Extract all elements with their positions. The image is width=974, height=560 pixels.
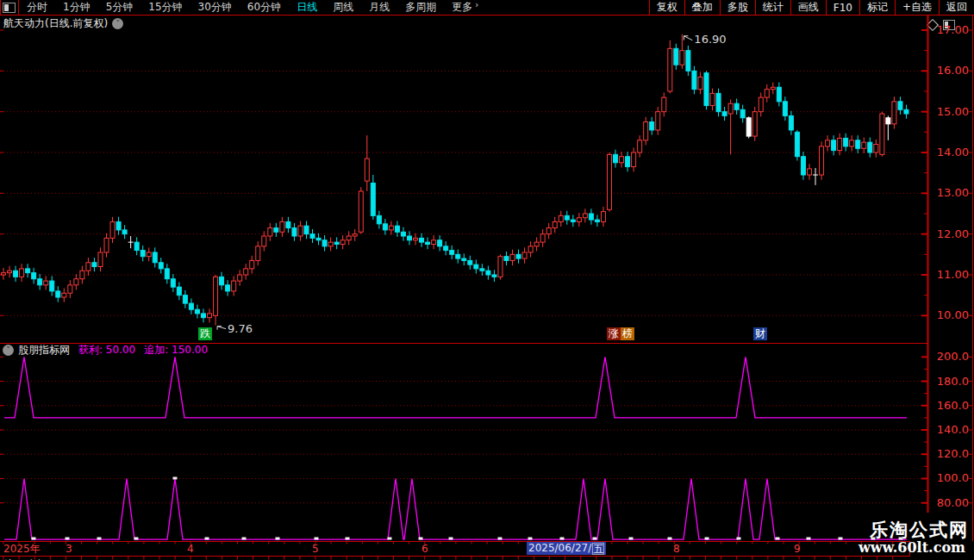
selected-date-weekday: 五 <box>592 543 604 555</box>
svg-text:9.76: 9.76 <box>228 322 253 335</box>
date-label: 3 <box>66 543 72 555</box>
svg-text:15.00: 15.00 <box>937 105 969 118</box>
event-badge[interactable]: 财 <box>753 327 767 340</box>
selected-date-badge: 2025/06/27/ 五 <box>527 542 606 555</box>
indicator-name: 股朋指标网 <box>18 343 70 358</box>
indicator-header: ˅ 股朋指标网 获利: 50.00 追加: 150.00 <box>3 344 208 356</box>
svg-text:12.00: 12.00 <box>937 227 969 240</box>
date-label: 8 <box>673 543 680 555</box>
svg-text:13.00: 13.00 <box>937 186 969 199</box>
indicator-param-huoli: 获利: 50.00 <box>78 343 135 358</box>
svg-text:160.0: 160.0 <box>937 399 969 412</box>
svg-text:16.90: 16.90 <box>694 33 726 46</box>
date-label: 9 <box>794 543 801 555</box>
svg-text:80.00: 80.00 <box>937 496 969 509</box>
watermark-site-name: 乐淘公式网 <box>870 518 969 542</box>
date-label: 2025年 <box>3 543 41 555</box>
watermark-site-url: www.60lt.com <box>858 539 965 556</box>
svg-text:120.0: 120.0 <box>937 447 969 460</box>
date-label: 4 <box>187 543 194 555</box>
indicator-param-zhuijia: 追加: 150.00 <box>144 343 208 358</box>
svg-text:11.00: 11.00 <box>937 268 969 281</box>
stock-app-window: 分时1分钟5分钟15分钟30分钟60分钟日线周线月线多周期更多› 复权叠加多股统… <box>0 0 974 560</box>
svg-text:14.00: 14.00 <box>937 146 969 159</box>
date-label: 6 <box>421 543 428 555</box>
svg-text:180.0: 180.0 <box>937 375 969 388</box>
svg-text:17.00: 17.00 <box>937 23 969 36</box>
event-badge[interactable]: 涨榜 <box>607 327 634 340</box>
svg-text:140.0: 140.0 <box>937 423 969 436</box>
selected-date-text: 2025/06/27/ <box>528 542 591 555</box>
svg-text:16.00: 16.00 <box>937 64 969 77</box>
indicator-collapse-chevron-icon[interactable]: ˅ <box>3 345 14 356</box>
event-badge[interactable]: 跌 <box>198 327 212 340</box>
chart-canvas[interactable]: 10.0011.0012.0013.0014.0015.0016.0017.00… <box>0 0 974 560</box>
svg-text:100.0: 100.0 <box>937 471 969 484</box>
date-label: 5 <box>312 543 319 555</box>
svg-text:10.00: 10.00 <box>937 308 969 321</box>
svg-text:200.0: 200.0 <box>937 350 969 363</box>
